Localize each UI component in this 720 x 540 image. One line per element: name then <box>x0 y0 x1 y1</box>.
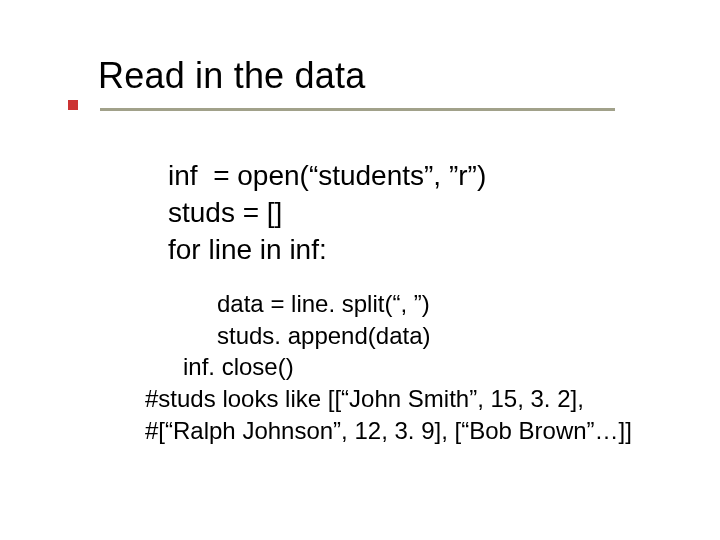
code-line: studs = [] <box>168 195 486 232</box>
slide-title: Read in the data <box>98 55 365 96</box>
code-line: inf. close() <box>145 351 632 383</box>
title-underline <box>100 108 615 111</box>
title-bullet-icon <box>68 100 78 110</box>
code-line: #[“Ralph Johnson”, 12, 3. 9], [“Bob Brow… <box>145 415 632 447</box>
code-line: #studs looks like [[“John Smith”, 15, 3.… <box>145 383 632 415</box>
title-block: Read in the data <box>98 55 365 96</box>
slide: Read in the data inf = open(“students”, … <box>0 0 720 540</box>
code-line: inf = open(“students”, ”r”) <box>168 158 486 195</box>
code-line: studs. append(data) <box>145 320 632 352</box>
code-line: data = line. split(“, ”) <box>145 288 632 320</box>
code-line: for line in inf: <box>168 232 486 269</box>
code-block-secondary: data = line. split(“, ”) studs. append(d… <box>145 288 632 446</box>
code-block-main: inf = open(“students”, ”r”) studs = [] f… <box>168 158 486 269</box>
